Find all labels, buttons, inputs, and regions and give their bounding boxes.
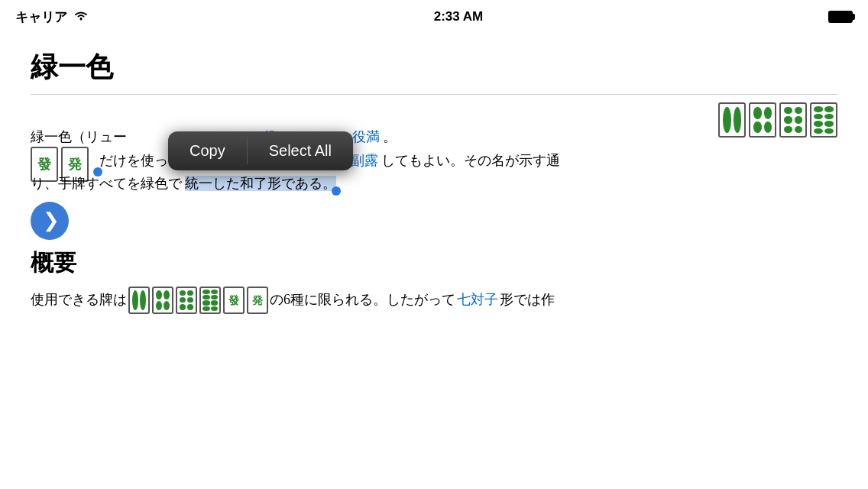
selection-handle-right xyxy=(332,186,341,196)
battery-icon xyxy=(828,11,853,23)
intro-text4: 。 xyxy=(383,129,397,144)
status-left: キャリア xyxy=(15,8,89,26)
paragraph-line3-container: り、手牌すべてを緑色で 統一した和了形である。 xyxy=(31,177,336,190)
selected-text-span: 統一した和了形である。 xyxy=(185,176,336,191)
tile-sm-4bamboo xyxy=(152,287,173,314)
page-title-area: 緑一色 xyxy=(0,34,868,102)
fukuro-link[interactable]: 副露 xyxy=(351,153,378,168)
paragraph-line3-pre: り、手牌すべてを緑色で xyxy=(31,176,182,191)
tile-sm-8bamboo xyxy=(199,287,221,314)
selection-handle-left xyxy=(93,167,102,176)
svg-point-0 xyxy=(80,18,83,20)
bottom-post: 形では作 xyxy=(500,289,555,311)
tile-sm-hatsu1: 發 xyxy=(223,287,245,314)
title-divider xyxy=(31,94,837,95)
tile-sm-2bamboo xyxy=(128,287,150,314)
wifi-icon xyxy=(73,9,89,25)
paragraph-line1: 緑一色（リュー おける 役 のひとつ。 役満 。 xyxy=(31,125,837,149)
nav-right-icon: ❯ xyxy=(43,209,60,232)
nav-arrow-button[interactable]: ❯ xyxy=(31,202,69,240)
bottom-mid: の6種に限られる。したがって xyxy=(270,289,455,311)
first-paragraph: 緑一色（リュー おける 役 のひとつ。 役満 。 發 発 だけを使って和了ったと… xyxy=(31,125,837,196)
tile-sm-6bamboo xyxy=(176,287,197,314)
status-bar: キャリア 2:33 AM xyxy=(0,0,868,34)
page-title: 緑一色 xyxy=(31,49,837,86)
copy-menu-item[interactable]: Copy xyxy=(168,131,247,170)
carrier-label: キャリア xyxy=(15,8,67,26)
select-all-menu-item[interactable]: Select All xyxy=(248,131,353,170)
bottom-pre: 使用できる牌は xyxy=(31,289,127,311)
battery-indicator xyxy=(828,11,853,23)
line2-post: してもよい。その名が示す通 xyxy=(381,153,560,168)
content-area: Copy Select All 緑一色（リュー おける 役 のひとつ。 役満 。… xyxy=(0,102,868,329)
bottom-tiles-row: 發 発 xyxy=(128,287,268,314)
intro-text: 緑一色（リュー xyxy=(31,129,127,144)
yakuman-link[interactable]: 役満 xyxy=(352,129,380,144)
tile-sm-hatsu2: 発 xyxy=(247,287,268,314)
section-heading: 概要 xyxy=(31,248,837,279)
paragraph-line2: だけを使って和了ったときに成立する。 副露 してもよい。その名が示す通 xyxy=(31,149,837,173)
time-display: 2:33 AM xyxy=(434,9,484,24)
context-menu: Copy Select All xyxy=(168,131,353,170)
shichitaishi-link[interactable]: 七対子 xyxy=(457,289,498,311)
bottom-paragraph: 使用できる牌は xyxy=(31,287,837,314)
